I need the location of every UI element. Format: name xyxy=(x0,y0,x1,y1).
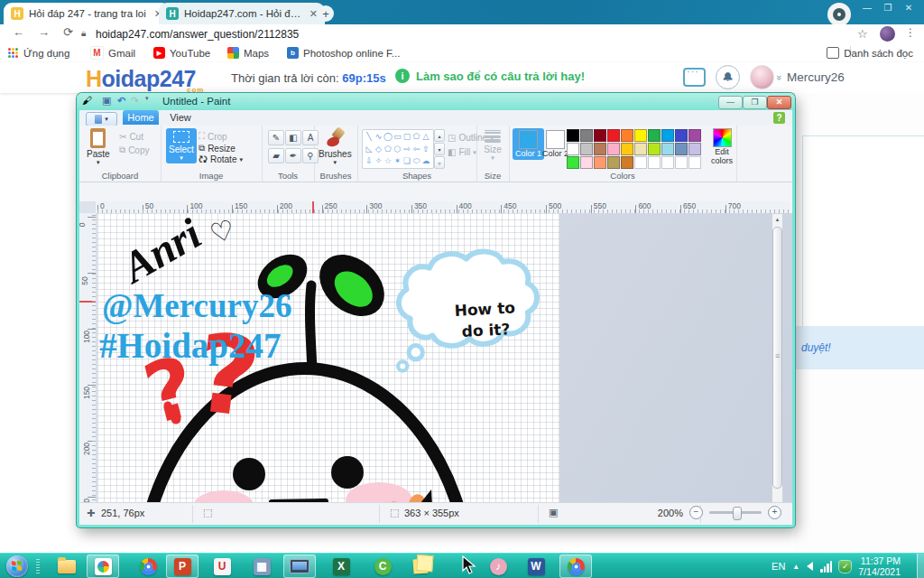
shape-0[interactable]: ╲ xyxy=(365,131,374,142)
shape-5[interactable]: ⬠ xyxy=(412,131,421,142)
palette-color-11[interactable] xyxy=(580,143,593,155)
palette-color-15[interactable] xyxy=(634,143,647,155)
brushes-button[interactable]: Brushes▾ xyxy=(319,128,352,166)
tray-expand-icon[interactable]: ▲ xyxy=(792,563,799,571)
redo-icon[interactable]: ↷ xyxy=(131,95,139,107)
taskbar-excel[interactable]: X xyxy=(325,555,357,578)
taskbar-sticky-notes[interactable] xyxy=(404,555,437,578)
start-button[interactable] xyxy=(6,555,28,577)
address-bar[interactable]: hoidap247.com/answer_question/2112835 xyxy=(96,28,299,41)
shape-2[interactable]: ◯ xyxy=(383,131,393,142)
back-button[interactable]: ← xyxy=(13,25,24,39)
shape-18[interactable]: ❏ xyxy=(402,155,411,166)
antivirus-shield-icon[interactable]: ✓ xyxy=(839,561,851,573)
shape-15[interactable]: ✧ xyxy=(374,155,383,166)
palette-color-16[interactable] xyxy=(648,143,661,155)
shape-20[interactable]: ☁ xyxy=(421,155,430,166)
paint-canvas[interactable]: How to do it? ? ? @Mercury26 #Hoidap247 … xyxy=(97,213,559,521)
qat-dropdown-icon[interactable]: ▾ xyxy=(145,95,149,102)
resize-button[interactable]: ⧉ Resize xyxy=(199,143,236,154)
bookmark-apps-grid[interactable]: Ứng dụng xyxy=(7,45,69,61)
bookmark-youtube[interactable]: ▶YouTube xyxy=(153,45,210,61)
palette-color-3[interactable] xyxy=(607,129,620,142)
palette-color-5[interactable] xyxy=(634,129,647,142)
window-close-button[interactable]: ✕ xyxy=(901,2,917,14)
scrollbar-thumb[interactable] xyxy=(772,227,782,489)
paint-tab-home[interactable]: Home xyxy=(123,110,159,125)
window-maximize-button[interactable]: ❐ xyxy=(880,2,896,14)
palette-empty-26[interactable] xyxy=(648,156,661,169)
user-avatar[interactable] xyxy=(750,65,774,89)
paint-help-icon[interactable]: ? xyxy=(773,112,785,124)
color-picker-tool-icon[interactable]: ✒ xyxy=(285,148,301,163)
shapes-scroll-up-icon[interactable]: ▴ xyxy=(434,129,445,142)
browser-menu-icon[interactable]: ⋮ xyxy=(905,26,916,39)
taskbar-remote-display[interactable] xyxy=(283,555,316,578)
shape-19[interactable]: ⬭ xyxy=(412,155,421,166)
shapes-expand-icon[interactable]: ▿ xyxy=(434,156,445,169)
taskbar-windows-explorer[interactable] xyxy=(51,555,83,578)
shape-4[interactable]: ▢ xyxy=(402,131,411,142)
shape-6[interactable]: △ xyxy=(421,131,430,142)
select-button[interactable]: Select▾ xyxy=(166,128,197,163)
zoom-slider-thumb[interactable] xyxy=(733,507,742,520)
browser-tab-2[interactable]: H Hoidap247.com - Hỏi đáp online ✕ xyxy=(159,3,325,24)
paint-maximize-button[interactable]: ❐ xyxy=(743,96,767,109)
palette-empty-28[interactable] xyxy=(675,156,688,169)
shape-fill-button[interactable]: ◧ Fill▾ xyxy=(448,147,476,157)
reload-button[interactable]: ⟳ xyxy=(63,25,73,39)
palette-empty-25[interactable] xyxy=(634,156,647,169)
show-desktop-button[interactable] xyxy=(917,554,924,578)
palette-color-20[interactable] xyxy=(567,156,579,169)
taskbar-word[interactable]: W xyxy=(520,555,552,578)
taskbar-clock[interactable]: 11:37 PM 7/14/2021 xyxy=(858,555,901,577)
zoom-in-button[interactable]: + xyxy=(768,506,781,519)
screen-recorder-icon[interactable] xyxy=(827,3,851,26)
shape-1[interactable]: ∿ xyxy=(374,131,383,142)
chat-icon[interactable] xyxy=(683,68,706,87)
palette-color-1[interactable] xyxy=(580,129,593,142)
palette-color-12[interactable] xyxy=(594,143,606,155)
vertical-scrollbar[interactable]: ▲ ▼ xyxy=(772,213,783,521)
palette-color-17[interactable] xyxy=(661,143,674,155)
reading-list-button[interactable]: Danh sách đọc xyxy=(827,45,913,61)
shape-11[interactable]: ⇨ xyxy=(402,144,411,154)
taskbar-powerpoint[interactable]: P xyxy=(166,555,199,578)
palette-color-18[interactable] xyxy=(675,143,688,155)
palette-color-19[interactable] xyxy=(688,143,701,155)
shape-16[interactable]: ☆ xyxy=(383,155,393,166)
new-tab-button[interactable]: + xyxy=(318,5,334,22)
size-button[interactable]: Size▾ xyxy=(480,128,505,162)
shape-17[interactable]: ✶ xyxy=(393,155,402,166)
palette-color-2[interactable] xyxy=(594,129,606,142)
cut-button[interactable]: ✂ Cut xyxy=(119,132,143,142)
language-indicator[interactable]: EN xyxy=(772,561,785,572)
shape-10[interactable]: ⬡ xyxy=(393,144,402,154)
palette-color-22[interactable] xyxy=(594,156,606,169)
eraser-tool-icon[interactable]: ▰ xyxy=(268,148,284,163)
notification-bell-icon[interactable]: 🔔︎ xyxy=(716,65,740,89)
username-label[interactable]: Mercury26 xyxy=(787,70,845,84)
save-icon[interactable]: ▣ xyxy=(102,95,111,107)
palette-color-14[interactable] xyxy=(621,143,633,155)
window-minimize-button[interactable]: — xyxy=(859,2,875,14)
palette-color-23[interactable] xyxy=(607,156,620,169)
tab-close-icon[interactable]: ✕ xyxy=(310,8,318,20)
taskbar-calculator[interactable]: ▦ xyxy=(245,555,278,578)
copy-button[interactable]: ⧉ Copy xyxy=(119,144,150,155)
undo-icon[interactable]: ↶ xyxy=(117,95,125,107)
paint-file-menu-button[interactable]: ▾ xyxy=(86,112,117,126)
shape-9[interactable]: ⬠ xyxy=(383,144,393,154)
paint-minimize-button[interactable]: — xyxy=(718,96,743,109)
zoom-out-button[interactable]: − xyxy=(689,506,703,519)
palette-color-9[interactable] xyxy=(688,129,701,142)
palette-color-7[interactable] xyxy=(661,129,674,142)
lock-icon[interactable]: 🔒︎ xyxy=(81,28,86,39)
palette-color-10[interactable] xyxy=(567,143,579,155)
browser-profile-avatar[interactable] xyxy=(880,26,895,42)
paint-close-button[interactable]: ✕ xyxy=(767,96,791,109)
shape-14[interactable]: ⇩ xyxy=(365,155,374,166)
fill-tool-icon[interactable]: ◧ xyxy=(285,130,301,145)
palette-color-0[interactable] xyxy=(567,129,579,142)
bookmark-star-icon[interactable]: ☆ xyxy=(857,27,868,41)
